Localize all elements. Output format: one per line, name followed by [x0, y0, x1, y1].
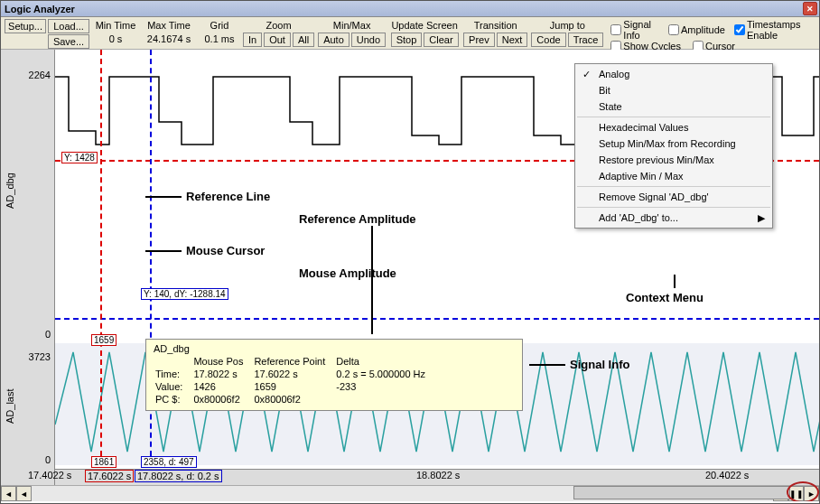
- ctx-adaptive-minmax[interactable]: Adaptive Min / Max: [577, 168, 770, 184]
- ctx-sep: [577, 117, 770, 117]
- transition-next-button[interactable]: Next: [497, 33, 528, 47]
- chevron-right-icon: ▶: [758, 212, 765, 224]
- minmax-auto-button[interactable]: Auto: [318, 33, 349, 47]
- minmax-undo-button[interactable]: Undo: [351, 33, 386, 47]
- xaxis-v3: 17.8022 s, d: 0.2 s: [135, 470, 222, 482]
- ctx-bit[interactable]: Bit: [577, 82, 770, 98]
- ctx-hex[interactable]: Hexadecimal Values: [577, 119, 770, 135]
- ref-cursor-x[interactable]: [100, 50, 102, 465]
- scroll-track[interactable]: [32, 486, 773, 501]
- sig2-ymax: 3723: [18, 351, 51, 362]
- mouse-line-y[interactable]: [55, 318, 819, 320]
- context-menu: ✓Analog Bit State Hexadecimal Values Set…: [574, 63, 773, 229]
- x-blue-bot-marker: 2358, d: 497: [141, 456, 197, 468]
- ctx-add-signal[interactable]: Add 'AD_dbg' to...▶: [577, 210, 770, 226]
- minmax-label: Min/Max: [323, 19, 381, 32]
- transition-prev-button[interactable]: Prev: [463, 33, 495, 47]
- max-time-value: 24.1674 s: [142, 33, 196, 45]
- xaxis-v4: 18.8022 s: [416, 470, 460, 481]
- ctx-remove-signal[interactable]: Remove Signal 'AD_dbg': [577, 189, 770, 205]
- plot-area: AD_dbg AD_last 2264 0 3723 0: [1, 50, 819, 501]
- h-scrollbar[interactable]: ◄ ◄ ► ❚❚ ►: [1, 485, 819, 501]
- signal-label-column: AD_dbg AD_last: [1, 50, 19, 501]
- signal-1-label: AD_dbg: [5, 191, 15, 209]
- scroll-left2-button[interactable]: ◄: [16, 486, 32, 501]
- zoom-in-button[interactable]: In: [243, 33, 262, 47]
- jump-trace-button[interactable]: Trace: [568, 33, 604, 47]
- grid-label: Grid: [200, 19, 239, 32]
- check-icon: ✓: [582, 69, 591, 80]
- ctx-sep: [577, 207, 770, 208]
- signal-info-box: AD_dbg Mouse Pos Reference Point Delta T…: [145, 339, 523, 411]
- zoom-out-button[interactable]: Out: [264, 33, 291, 47]
- y-red-marker: Y: 1428: [61, 152, 98, 163]
- signal-info-check[interactable]: Signal Info: [610, 19, 659, 41]
- ctx-restore-minmax[interactable]: Restore previous Min/Max: [577, 152, 770, 168]
- ctx-analog[interactable]: ✓Analog: [577, 66, 770, 82]
- annot-mouse-cursor: Mouse Cursor: [186, 244, 265, 257]
- sig2-ymin: 0: [18, 454, 51, 465]
- close-button[interactable]: ✕: [803, 2, 817, 15]
- ctx-state[interactable]: State: [577, 98, 770, 115]
- amplitude-check[interactable]: Amplitude: [668, 19, 725, 41]
- x-red-top-marker: 1659: [91, 334, 116, 346]
- load-button[interactable]: Load...: [48, 19, 89, 33]
- save-button[interactable]: Save...: [48, 34, 89, 49]
- yaxis-column: 2264 0 3723 0: [19, 50, 55, 501]
- xaxis-v1: 17.4022 s: [28, 470, 71, 481]
- toolbar: Setup... Load... Save... Min Time 0 s Ma…: [1, 17, 819, 50]
- annot-ref-line: Reference Line: [186, 190, 270, 203]
- waveform-canvas[interactable]: Y: 1428 Y: 140, dY: -1288.14 1659 1861 2…: [55, 50, 819, 469]
- jump-code-button[interactable]: Code: [531, 33, 565, 47]
- x-red-bot-marker: 1861: [91, 456, 116, 468]
- ctx-sep: [577, 186, 770, 187]
- y-blue-marker: Y: 140, dY: -1288.14: [141, 288, 228, 300]
- highlight-ellipse: [787, 481, 819, 501]
- annot-ref-amp: Reference Amplitude: [299, 212, 416, 226]
- jump-label: Jump to: [537, 19, 597, 32]
- xaxis-v2: 17.6022 s: [85, 470, 134, 482]
- transition-label: Transition: [469, 19, 523, 32]
- sig1-ymin: 0: [18, 329, 51, 340]
- scroll-left-button[interactable]: ◄: [1, 486, 16, 501]
- update-label: Update Screen: [389, 19, 460, 32]
- min-time-label: Min Time: [93, 19, 138, 32]
- titlebar[interactable]: Logic Analyzer ✕: [1, 1, 819, 17]
- update-stop-button[interactable]: Stop: [391, 33, 423, 47]
- zoom-all-button[interactable]: All: [293, 33, 314, 47]
- annot-signal-info: Signal Info: [570, 358, 629, 371]
- xaxis-v5: 20.4022 s: [705, 470, 749, 481]
- signal-2-label: AD_last: [5, 406, 15, 424]
- max-time-label: Max Time: [142, 19, 196, 32]
- scroll-thumb[interactable]: [573, 486, 790, 499]
- window-title: Logic Analyzer: [5, 4, 75, 14]
- ctx-setup-minmax[interactable]: Setup Min/Max from Recording: [577, 135, 770, 152]
- annot-ctx-menu: Context Menu: [626, 291, 704, 304]
- sig1-ymax: 2264: [18, 70, 51, 80]
- timestamps-check[interactable]: Timestamps Enable: [734, 19, 815, 41]
- logic-analyzer-window: Logic Analyzer ✕ Setup... Load... Save..…: [0, 0, 820, 504]
- grid-value: 0.1 ms: [200, 33, 239, 45]
- zoom-label: Zoom: [252, 19, 306, 32]
- xaxis: 17.4022 s 17.6022 s 17.8022 s, d: 0.2 s …: [55, 469, 819, 485]
- infobox-title: AD_dbg: [154, 343, 515, 354]
- annot-mouse-amp: Mouse Amplitude: [299, 266, 396, 280]
- update-clear-button[interactable]: Clear: [424, 33, 458, 47]
- setup-button[interactable]: Setup...: [5, 19, 46, 33]
- min-time-value: 0 s: [93, 33, 138, 45]
